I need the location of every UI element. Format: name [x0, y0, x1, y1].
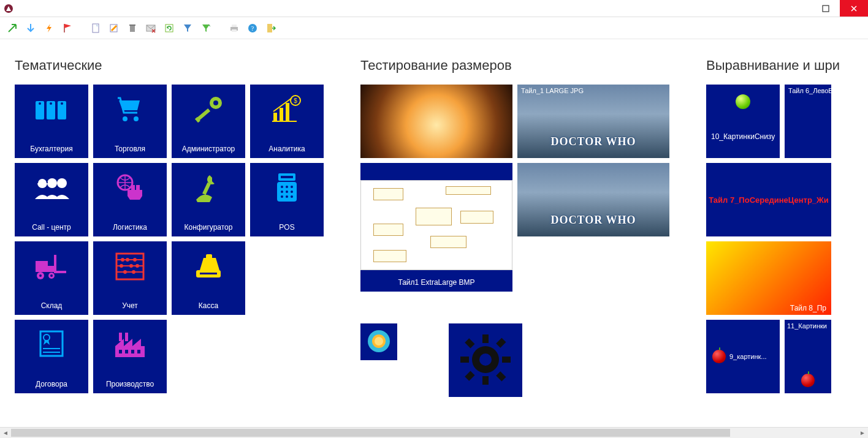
tile-label: Аналитика: [255, 145, 319, 153]
tile-kassa[interactable]: Касса: [172, 241, 245, 315]
cash-register-icon: [172, 241, 245, 292]
tile-label: Тайл_1 LARGE JPG: [521, 87, 584, 94]
tile-admin[interactable]: Администратор: [172, 85, 245, 158]
forklift-icon: [15, 241, 88, 292]
tile-gear[interactable]: [449, 323, 522, 397]
svg-point-43: [286, 186, 288, 188]
tile-label: Тайл 6_ЛевоВ: [788, 87, 831, 94]
headset-people-icon: [15, 163, 88, 213]
tile-small-sun[interactable]: [360, 323, 397, 360]
toolbar-funnel-green-icon[interactable]: [199, 21, 213, 36]
tile-8-gradient[interactable]: Тайл 8_Пр: [706, 241, 831, 315]
tile-10-images-below[interactable]: 10_КартинкиСнизу: [706, 85, 780, 158]
svg-rect-37: [136, 185, 140, 190]
tile-label: Торговля: [98, 145, 162, 153]
svg-point-23: [213, 100, 218, 105]
tile-trade[interactable]: Торговля: [93, 85, 167, 158]
tile-configurator[interactable]: Конфигуратор: [172, 163, 245, 236]
svg-point-58: [121, 258, 124, 262]
tile-production[interactable]: Производство: [93, 320, 167, 393]
svg-point-56: [50, 274, 53, 277]
group-thematic-title: Тематические: [15, 58, 324, 74]
svg-rect-74: [119, 350, 122, 353]
toolbar-funnel-blue-icon[interactable]: [180, 21, 195, 36]
tile-accounting[interactable]: Бухгалтерия: [15, 85, 88, 158]
toolbar-flash-orange-icon[interactable]: [42, 21, 56, 36]
toolbar-arrow-down-blue-icon[interactable]: [23, 21, 38, 36]
svg-point-50: [291, 195, 293, 198]
group-alignment: Выравнивание и шри 10_КартинкиСнизу Тайл…: [706, 58, 840, 397]
factory-icon: [93, 320, 167, 370]
svg-rect-28: [286, 103, 289, 121]
svg-point-19: [61, 102, 63, 105]
toolbar-printer-icon[interactable]: [227, 21, 242, 36]
shopping-cart-icon: [93, 85, 167, 135]
toolbar-mail-x-icon[interactable]: [143, 21, 158, 36]
svg-point-60: [133, 258, 137, 262]
abacus-icon: [93, 241, 167, 292]
scroll-thumb[interactable]: [11, 429, 730, 437]
wrench-hand-icon: [172, 163, 245, 213]
toolbar-page-edit-icon[interactable]: [107, 21, 121, 36]
svg-rect-86: [465, 338, 474, 348]
window-controls: [812, 0, 868, 17]
svg-rect-4: [130, 26, 135, 32]
svg-point-63: [135, 264, 139, 268]
pos-terminal-icon: [250, 163, 324, 213]
svg-rect-73: [125, 333, 128, 341]
tile-7-center-bold[interactable]: Тайл 7_ПоСерединеЦентр_Жи: [706, 163, 831, 236]
horizontal-scrollbar[interactable]: ◄ ►: [0, 427, 868, 438]
toolbar-flag-red-icon[interactable]: [60, 21, 75, 36]
tile-uchet[interactable]: Учет: [93, 241, 167, 315]
toolbar: ?: [0, 17, 868, 39]
tile-scroll-area[interactable]: Тематические Бухгалтерия Торговля Админи…: [0, 39, 868, 427]
tile-warehouse[interactable]: Склад: [15, 241, 88, 315]
tile-label: Производство: [98, 380, 162, 388]
svg-point-48: [281, 195, 283, 198]
scroll-track[interactable]: [11, 428, 857, 438]
svg-point-45: [281, 191, 283, 193]
tile-callcenter[interactable]: Call - центр: [15, 163, 88, 236]
toolbar-refresh-green-icon[interactable]: [162, 21, 177, 36]
tile-6-left[interactable]: Тайл 6_ЛевоВ: [785, 85, 831, 158]
window-minmax-button[interactable]: [812, 0, 840, 17]
svg-rect-72: [119, 333, 122, 341]
scroll-left-arrow-icon[interactable]: ◄: [0, 429, 11, 436]
diagram-image: [360, 180, 512, 270]
tile-doctors-group[interactable]: [360, 85, 512, 158]
window-close-button[interactable]: [840, 0, 868, 17]
toolbar-info-blue-icon[interactable]: ?: [245, 21, 260, 36]
svg-point-65: [132, 270, 135, 274]
apple-icon: [801, 374, 815, 387]
tile-large-jpg[interactable]: Тайл_1 LARGE JPG DOCTOR WHO: [517, 85, 669, 158]
sun-icon: [367, 329, 391, 355]
group-sizes: Тестирование размеров Тайл_1 LARGE JPG D…: [360, 58, 669, 397]
tile-logistics[interactable]: Логистика: [93, 163, 167, 236]
svg-point-44: [291, 186, 293, 188]
svg-point-55: [39, 274, 42, 277]
tile-extralarge-bmp[interactable]: Тайл1 ExtraLarge BMP: [360, 163, 512, 292]
svg-point-61: [120, 264, 123, 268]
scroll-right-arrow-icon[interactable]: ►: [857, 429, 868, 436]
svg-point-33: [57, 178, 67, 188]
gear-icon: [458, 332, 513, 389]
tile-doctor-who-2[interactable]: DOCTOR WHO: [517, 163, 669, 236]
tile-11-images[interactable]: 11_Картинки: [785, 320, 831, 393]
lime-icon: [706, 85, 780, 109]
tile-label: 10_КартинкиСнизу: [711, 132, 775, 141]
tile-dogovora[interactable]: Договора: [15, 320, 88, 393]
toolbar-trash-icon[interactable]: [125, 21, 140, 36]
tile-label: Касса: [177, 301, 240, 310]
tile-pos[interactable]: POS: [250, 163, 324, 236]
svg-rect-83: [482, 376, 489, 385]
svg-rect-88: [465, 371, 474, 380]
toolbar-page-new-icon[interactable]: [88, 21, 103, 36]
tile-analytics[interactable]: $ Аналитика: [250, 85, 324, 158]
svg-point-49: [286, 195, 288, 198]
svg-rect-51: [36, 261, 48, 272]
tile-9-images[interactable]: 9_картинк...: [706, 320, 780, 393]
toolbar-door-exit-icon[interactable]: [264, 21, 278, 36]
tile-label: Тайл 7_ПоСерединеЦентр_Жи: [709, 195, 829, 205]
svg-rect-68: [200, 273, 217, 274]
toolbar-arrow-up-green-icon[interactable]: [5, 21, 20, 36]
